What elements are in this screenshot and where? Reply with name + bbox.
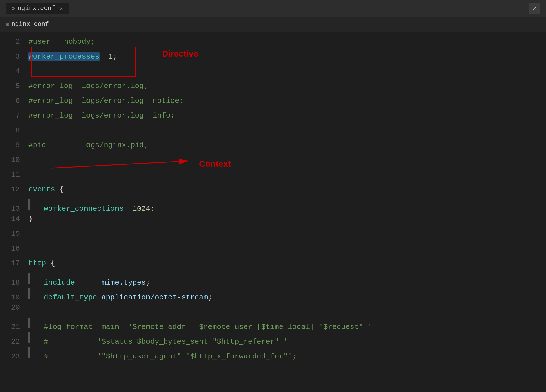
breadcrumb-label: nginx.conf [11, 21, 49, 28]
line-number-23: 23 [0, 352, 28, 361]
line-number-8: 8 [0, 126, 28, 135]
line-number-18: 18 [0, 278, 28, 287]
token-events: events [28, 185, 55, 194]
line-content-17: http { [28, 259, 55, 268]
token-comment-6: #error_log logs/error.log notice; [28, 97, 184, 105]
code-line-4: 4 [0, 67, 546, 82]
tab-nginx-conf[interactable]: ⚙ nginx.conf ✕ [6, 3, 69, 14]
code-line-10: 10 [0, 156, 546, 170]
line-content-13: worker_connections 1024; [28, 200, 155, 213]
line-content-18: include mime.types; [28, 274, 150, 287]
code-line-14: 14 } [0, 215, 546, 230]
line-number-10: 10 [0, 156, 28, 164]
line-number-11: 11 [0, 170, 28, 179]
line-content-23: # '"$http_user_agent" "$http_x_forwarded… [28, 348, 297, 361]
indent-guide-19 [28, 288, 30, 299]
code-line-5: 5 #error_log logs/error.log; [0, 82, 546, 97]
line-number-13: 13 [0, 205, 28, 213]
code-line-2: 2 #user nobody; [0, 37, 546, 52]
line-number-15: 15 [0, 230, 28, 238]
code-line-21: 21 #log_format main '$remote_addr - $rem… [0, 318, 546, 333]
token-sp-18 [75, 278, 102, 287]
line-number-16: 16 [0, 244, 28, 253]
token-space [100, 52, 108, 61]
token-close-brace: } [28, 215, 33, 223]
line-number-6: 6 [0, 97, 28, 105]
code-line-3: 3 worker_processes 1; [0, 52, 546, 67]
token-brace: { [55, 185, 64, 194]
token-keyword-wp: worker_processes [28, 52, 100, 61]
token-sp-19 [97, 293, 102, 302]
line-number-20: 20 [0, 303, 28, 312]
code-line-11: 11 [0, 170, 546, 185]
token-comment-9: #pid logs/nginx.pid; [28, 141, 148, 149]
context-annotation: Context [199, 159, 231, 169]
token-sp [124, 205, 133, 213]
indent-guide [28, 199, 30, 210]
code-line-6: 6 #error_log logs/error.log notice; [0, 97, 546, 111]
code-editor: Directive Context 2 #user nobody; 3 work… [0, 32, 546, 392]
line-number-17: 17 [0, 259, 28, 268]
line-number-22: 22 [0, 337, 28, 346]
token-semicolon: ; [113, 52, 117, 61]
code-line-9: 9 #pid logs/nginx.pid; [0, 141, 546, 156]
token-default-type: default_type [44, 293, 97, 302]
line-content-21: #log_format main '$remote_addr - $remote… [28, 318, 372, 331]
code-line-12: 12 events { [0, 185, 546, 200]
code-line-15: 15 [0, 230, 546, 244]
line-number-9: 9 [0, 141, 28, 149]
line-number-4: 4 [0, 67, 28, 76]
token-comment-7: #error_log logs/error.log info; [28, 111, 175, 120]
line-content-7: #error_log logs/error.log info; [28, 111, 175, 120]
line-number-21: 21 [0, 323, 28, 331]
line-content-14: } [28, 215, 33, 223]
code-line-16: 16 [0, 244, 546, 259]
code-line-22: 22 # '$status $body_bytes_sent "$http_re… [0, 333, 546, 348]
maximize-button[interactable]: ⤢ [529, 3, 540, 14]
token-mime: mime.types [102, 278, 146, 287]
indent-guide-21 [28, 318, 30, 328]
line-content-22: # '$status $body_bytes_sent "$http_refer… [28, 333, 288, 346]
line-content-3: worker_processes 1; [28, 52, 117, 61]
line-number-19: 19 [0, 293, 28, 302]
token-comment-5: #error_log logs/error.log; [28, 82, 148, 90]
indent-guide-23 [28, 347, 30, 358]
token-http: http [28, 259, 46, 268]
code-line-7: 7 #error_log logs/error.log info; [0, 111, 546, 126]
tab-close-button[interactable]: ✕ [60, 5, 63, 12]
tab-label: nginx.conf [18, 5, 55, 12]
token-number: 1 [108, 52, 113, 61]
breadcrumb-file-icon: ⚙ [6, 21, 9, 28]
maximize-icon: ⤢ [532, 6, 537, 12]
token-comment-23: # '"$http_user_agent" "$http_x_forwarded… [44, 352, 297, 361]
title-bar: ⚙ nginx.conf ✕ ⤢ [0, 0, 546, 17]
code-line-17: 17 http { [0, 259, 546, 274]
indent-guide-18 [28, 273, 30, 284]
token-worker-conn: worker_connections [44, 205, 124, 213]
line-number-12: 12 [0, 185, 28, 194]
token-comment-22: # '$status $body_bytes_sent "$http_refer… [44, 337, 288, 346]
token-1024: 1024 [133, 205, 150, 213]
line-number-2: 2 [0, 37, 28, 46]
token-http-brace: { [46, 259, 55, 268]
line-content-6: #error_log logs/error.log notice; [28, 97, 184, 105]
line-content-19: default_type application/octet-stream; [28, 289, 212, 302]
line-content-9: #pid logs/nginx.pid; [28, 141, 148, 149]
token-semi-18: ; [146, 278, 150, 287]
token-app-type: application/octet-stream [102, 293, 208, 302]
code-line-18: 18 include mime.types; [0, 274, 546, 289]
code-line-20: 20 [0, 303, 546, 318]
file-icon: ⚙ [11, 5, 15, 12]
token-semi-13: ; [150, 205, 155, 213]
line-content-12: events { [28, 185, 64, 194]
token-comment-21: #log_format main '$remote_addr - $remote… [44, 323, 372, 331]
line-number-7: 7 [0, 111, 28, 120]
line-number-14: 14 [0, 215, 28, 223]
breadcrumb: ⚙ nginx.conf [0, 17, 546, 32]
code-line-8: 8 [0, 126, 546, 141]
line-content-5: #error_log logs/error.log; [28, 82, 148, 90]
line-number-5: 5 [0, 82, 28, 90]
token-include: include [44, 278, 75, 287]
code-line-13: 13 worker_connections 1024; [0, 200, 546, 215]
indent-guide-22 [28, 332, 30, 343]
